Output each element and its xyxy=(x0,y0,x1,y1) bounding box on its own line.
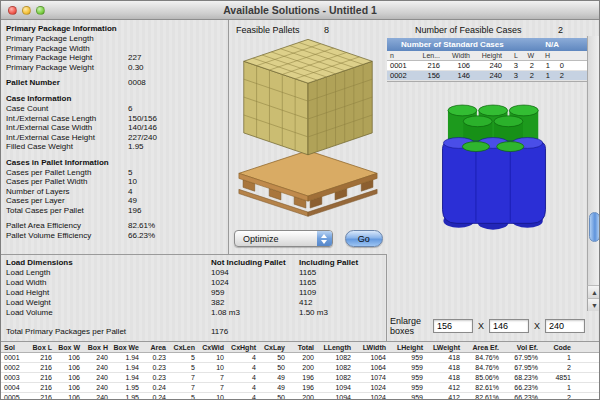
cell: 240 xyxy=(82,374,110,381)
cell: 959 xyxy=(388,394,425,400)
cell: 85.06% xyxy=(462,374,501,381)
col-header: LWeight xyxy=(425,344,462,351)
solution-row[interactable]: 0003 216 106 240 1.94 0.23 7 7 4 49 196 … xyxy=(1,373,600,383)
load-dimensions-section: Load Dimensions Not Including Pallet Inc… xyxy=(1,254,387,341)
dimension-separator: X xyxy=(534,321,540,331)
field-value: 196 xyxy=(128,206,223,216)
cell: 1074 xyxy=(353,374,388,381)
pallet-number-row: Pallet Number 0008 xyxy=(6,78,223,88)
cell: 240 xyxy=(82,394,110,400)
primary-package-row: Primary Package Height 227 xyxy=(6,53,223,63)
enlarge-length-input[interactable] xyxy=(433,319,473,333)
field-label: Pallet Area Efficiency xyxy=(6,221,128,231)
col-header: CxLay xyxy=(258,344,287,351)
field-value: 1.95 xyxy=(128,142,223,152)
solution-row[interactable]: 0004 216 106 240 1.95 0.24 7 7 4 49 196 … xyxy=(1,383,600,393)
solutions-table: Sol Box L Box W Box H Box We Area CxLen … xyxy=(1,341,600,400)
cell: 3 xyxy=(505,61,521,70)
cell: 200 xyxy=(287,354,316,361)
optimize-dropdown-value: Optimize xyxy=(243,234,279,244)
cases-in-pallet-row: Cases per Layer 49 xyxy=(6,196,223,206)
cell: 1024 xyxy=(353,394,388,400)
col-header: Code xyxy=(540,344,573,351)
cell: 216 xyxy=(26,374,54,381)
cell: 200 xyxy=(287,394,316,400)
cell: 0003 xyxy=(1,374,26,381)
cases-in-pallet-row: Number of Layers 4 xyxy=(6,187,223,197)
col-not-including-pallet: Not Including Pallet xyxy=(211,258,299,268)
enlarge-width-input[interactable] xyxy=(489,319,529,333)
cell: 0005 xyxy=(1,394,26,400)
solution-row[interactable]: 0005 216 106 240 1.95 0.24 5 10 4 50 200… xyxy=(1,393,600,400)
field-value: 150/156 xyxy=(128,114,223,124)
cell: 1.94 xyxy=(110,374,141,381)
col-header: Box L xyxy=(26,344,54,351)
scrollbar-thumb[interactable] xyxy=(589,212,600,242)
cell: 84.76% xyxy=(462,354,501,361)
col-header: Box We xyxy=(110,344,141,351)
col-header: LHeight xyxy=(388,344,425,351)
field-label: Primary Package Weight xyxy=(6,63,128,73)
scroll-up-button[interactable]: ▲ xyxy=(587,285,600,298)
cell: 67.95% xyxy=(501,354,540,361)
cell: 1082 xyxy=(316,354,353,361)
standard-cases-label: Number of Standard Cases xyxy=(401,40,504,49)
cell: 3 xyxy=(505,71,521,80)
dimension-separator: X xyxy=(478,321,484,331)
col-header: n xyxy=(387,52,413,59)
cell: 1.95 xyxy=(110,384,141,391)
field-label: Primary Package Width xyxy=(6,44,128,54)
efficiency-row: Pallet Volume Efficiency 66.23% xyxy=(6,231,223,241)
cell: 1082 xyxy=(316,374,353,381)
window-controls xyxy=(8,6,45,15)
optimize-dropdown[interactable]: Optimize xyxy=(234,230,333,247)
col-header: H xyxy=(537,52,553,59)
field-label: Load Width xyxy=(6,278,211,288)
cell: 4 xyxy=(226,364,258,371)
cell: 4 xyxy=(226,374,258,381)
field-value: 49 xyxy=(128,196,223,206)
pallet-3d-view xyxy=(235,36,381,218)
case-info-row: Int./External Case Width 140/146 xyxy=(6,123,223,133)
cell: 0.24 xyxy=(141,394,168,400)
solution-row[interactable]: 0002 216 106 240 1.94 0.23 5 10 4 50 200… xyxy=(1,363,600,373)
col-header: Area xyxy=(141,344,168,351)
window-titlebar[interactable]: Available Solutions - Untitled 1 xyxy=(1,1,599,20)
cell: 2 xyxy=(540,364,573,371)
primary-package-heading: Primary Package Information xyxy=(6,24,223,34)
cell: 5 xyxy=(168,364,197,371)
value-not-including: 959 xyxy=(211,288,299,298)
field-label: Primary Package Height xyxy=(6,53,128,63)
solution-row[interactable]: 0001 216 106 240 1.94 0.23 5 10 4 50 200… xyxy=(1,353,600,363)
standard-cases-value: N/A xyxy=(545,40,559,49)
main-content: Primary Package Information Primary Pack… xyxy=(1,20,599,399)
col-header: Sol xyxy=(1,344,26,351)
col-header: W xyxy=(521,52,537,59)
standard-case-row[interactable]: 0002 156 146 240 3 2 1 2 xyxy=(387,71,587,81)
cell: 0.23 xyxy=(141,354,168,361)
cell: 67.95% xyxy=(501,364,540,371)
minimize-button[interactable] xyxy=(22,6,31,15)
cell: 5 xyxy=(168,354,197,361)
zoom-button[interactable] xyxy=(36,6,45,15)
field-value: 82.61% xyxy=(128,221,223,231)
cell: 4851 xyxy=(540,374,573,381)
cell: 68.23% xyxy=(501,374,540,381)
value-including: 1165 xyxy=(299,278,381,288)
standard-case-row[interactable]: 0001 216 106 240 3 2 1 0 xyxy=(387,61,587,71)
vertical-scrollbar[interactable] xyxy=(587,36,600,311)
field-value: 66.23% xyxy=(128,231,223,241)
close-button[interactable] xyxy=(8,6,17,15)
primary-package-row: Primary Package Weight 0.30 xyxy=(6,63,223,73)
go-button[interactable]: Go xyxy=(345,230,383,247)
cell: 240 xyxy=(82,354,110,361)
field-label: Total Primary Packages per Pallet xyxy=(6,327,211,337)
cell: 216 xyxy=(26,384,54,391)
field-value: 5 xyxy=(128,168,223,178)
enlarge-height-input[interactable] xyxy=(545,319,585,333)
scroll-down-button[interactable]: ▼ xyxy=(587,298,600,311)
load-dimension-row: Load Weight 382 412 xyxy=(6,298,381,308)
cell: 1082 xyxy=(316,364,353,371)
cell: 0 xyxy=(553,61,567,70)
cell: 0.23 xyxy=(141,364,168,371)
